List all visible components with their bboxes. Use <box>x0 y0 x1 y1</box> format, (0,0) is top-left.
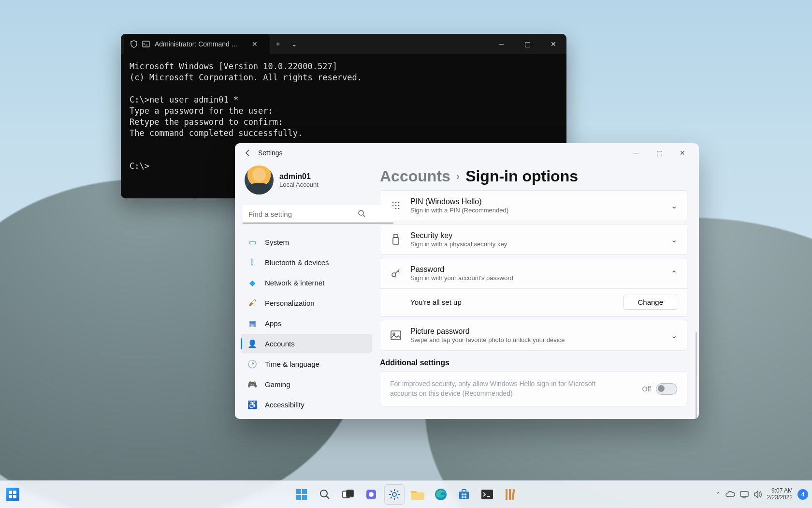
breadcrumb-leaf: Sign-in options <box>465 167 578 185</box>
brush-icon: 🖌 <box>247 298 257 308</box>
close-button[interactable]: ✕ <box>671 145 694 161</box>
chevron-up-icon: ⌃ <box>671 269 677 278</box>
svg-rect-41 <box>511 489 515 500</box>
system-tray: ⌃ 9:07 AM 2/23/2022 4 <box>716 481 808 508</box>
taskview-button[interactable] <box>338 484 358 505</box>
svg-rect-19 <box>13 495 16 498</box>
close-button[interactable]: ✕ <box>540 35 566 53</box>
svg-point-15 <box>393 333 395 335</box>
nav-personalization[interactable]: 🖌Personalization <box>241 293 372 313</box>
svg-rect-23 <box>302 495 307 500</box>
nav-time[interactable]: 🕑Time & language <box>241 354 372 374</box>
tab-dropdown-icon[interactable]: ⌄ <box>286 34 303 54</box>
minimize-button[interactable]: ─ <box>624 145 648 161</box>
settings-title: Settings <box>258 149 283 157</box>
scrollbar[interactable] <box>696 332 697 419</box>
taskbar-center <box>291 481 521 508</box>
hello-only-toggle[interactable] <box>656 383 677 395</box>
store-button[interactable] <box>454 484 474 505</box>
back-button[interactable] <box>240 145 256 161</box>
nav-bluetooth[interactable]: ᛒBluetooth & devices <box>241 253 372 272</box>
change-password-button[interactable]: Change <box>624 295 677 310</box>
chevron-down-icon: ⌄ <box>671 331 677 340</box>
explorer-button[interactable] <box>407 484 428 505</box>
toggle-state-label: Off <box>642 385 651 393</box>
svg-rect-14 <box>391 331 401 340</box>
maximize-button[interactable]: ▢ <box>648 145 671 161</box>
password-expanded: You're all set up Change <box>380 288 687 316</box>
svg-rect-42 <box>740 492 748 496</box>
svg-rect-22 <box>296 495 301 500</box>
nav-system[interactable]: ▭System <box>241 232 372 252</box>
nav-accounts[interactable]: 👤Accounts <box>241 334 372 353</box>
chevron-down-icon: ⌄ <box>671 201 677 210</box>
password-status: You're all set up <box>410 298 462 306</box>
chevron-down-icon: ⌄ <box>671 235 677 244</box>
terminal-taskbar-button[interactable] <box>477 484 497 505</box>
settings-main: Accounts › Sign-in options PIN (Windows … <box>378 163 699 419</box>
svg-rect-32 <box>459 492 469 499</box>
svg-rect-40 <box>509 489 511 500</box>
tab-close-icon[interactable]: ✕ <box>246 34 263 54</box>
hello-only-label: For improved security, only allow Window… <box>390 379 598 398</box>
signin-securitykey-row[interactable]: Security keySign in with a physical secu… <box>380 224 687 255</box>
svg-rect-36 <box>462 496 464 498</box>
svg-rect-12 <box>393 238 399 244</box>
taskbar-date: 2/23/2022 <box>767 494 793 501</box>
onedrive-icon[interactable] <box>725 491 735 498</box>
search-button[interactable] <box>315 484 335 505</box>
volume-icon[interactable] <box>754 491 762 498</box>
widgets-icon <box>8 490 17 499</box>
svg-rect-16 <box>9 491 12 494</box>
tray-overflow-icon[interactable]: ⌃ <box>716 491 721 498</box>
svg-rect-33 <box>462 490 466 492</box>
svg-point-7 <box>398 205 400 207</box>
nav-accessibility[interactable]: ♿Accessibility <box>241 395 372 414</box>
svg-rect-17 <box>13 491 16 494</box>
apps-icon: ▦ <box>247 318 257 328</box>
network-tray-icon[interactable] <box>740 491 749 498</box>
nav-gaming[interactable]: 🎮Gaming <box>241 374 372 394</box>
edge-icon <box>435 488 447 501</box>
notification-badge[interactable]: 4 <box>798 489 808 500</box>
search-input[interactable] <box>243 205 393 224</box>
user-sub: Local Account <box>279 181 319 188</box>
settings-titlebar: Settings ─ ▢ ✕ <box>235 143 699 163</box>
breadcrumb-root[interactable]: Accounts <box>380 167 450 185</box>
settings-taskbar-button[interactable] <box>384 484 405 505</box>
accounts-icon: 👤 <box>247 339 257 348</box>
cmd-icon <box>142 41 150 47</box>
maximize-button[interactable]: ▢ <box>514 35 540 53</box>
app-button[interactable] <box>500 484 521 505</box>
signin-pin-row[interactable]: PIN (Windows Hello)Sign in with a PIN (R… <box>380 190 687 221</box>
nav-network[interactable]: ◆Network & internet <box>241 273 372 292</box>
chat-icon <box>365 488 377 501</box>
folder-icon <box>411 489 424 500</box>
terminal-tab[interactable]: Administrator: Command Prompt ✕ <box>124 34 270 54</box>
taskbar: ⌃ 9:07 AM 2/23/2022 4 <box>0 480 812 508</box>
taskbar-clock[interactable]: 9:07 AM 2/23/2022 <box>767 488 793 501</box>
chat-button[interactable] <box>361 484 381 505</box>
settings-search[interactable] <box>243 205 370 224</box>
gear-icon <box>388 488 401 501</box>
svg-point-3 <box>395 202 397 204</box>
new-tab-button[interactable]: ＋ <box>270 34 286 54</box>
terminal-tabbar: Administrator: Command Prompt ✕ ＋ ⌄ ─ ▢ … <box>121 34 566 54</box>
nav-apps[interactable]: ▦Apps <box>241 314 372 333</box>
edge-button[interactable] <box>431 484 451 505</box>
user-card[interactable]: admin01 Local Account <box>241 163 372 200</box>
svg-point-28 <box>369 492 374 497</box>
svg-rect-0 <box>143 41 149 47</box>
user-name: admin01 <box>279 172 319 181</box>
minimize-button[interactable]: ─ <box>488 35 514 53</box>
svg-rect-38 <box>481 490 493 499</box>
additional-settings-header: Additional settings <box>380 359 687 367</box>
signin-password-row[interactable]: PasswordSign in with your account's pass… <box>380 258 687 317</box>
terminal-tab-title: Administrator: Command Prompt <box>155 40 242 48</box>
signin-picture-row[interactable]: Picture passwordSwipe and tap your favor… <box>380 320 687 351</box>
widgets-button[interactable] <box>6 481 19 508</box>
taskview-icon <box>342 490 354 499</box>
start-button[interactable] <box>291 484 312 505</box>
svg-rect-30 <box>411 493 424 500</box>
svg-point-9 <box>395 208 397 209</box>
